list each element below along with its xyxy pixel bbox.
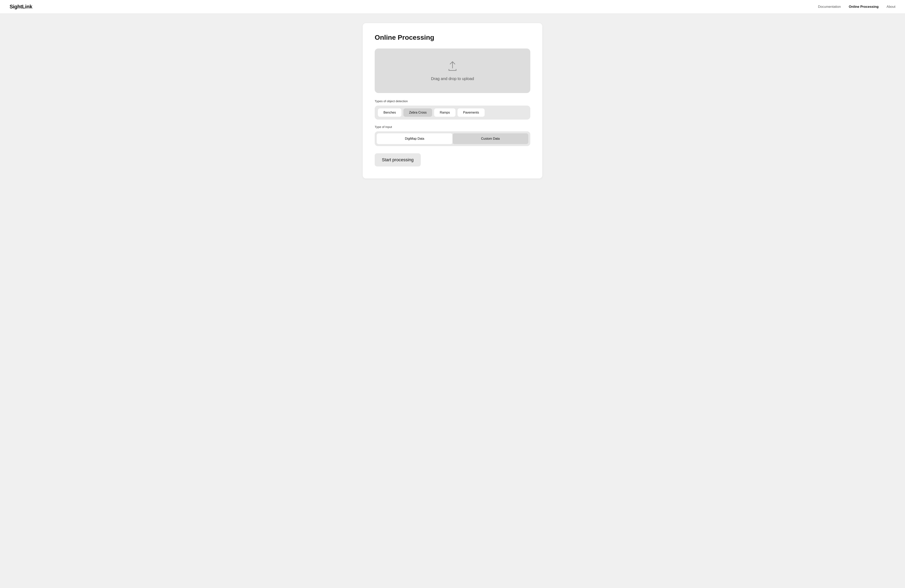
- nav-online-processing[interactable]: Online Processing: [849, 5, 878, 9]
- page-title: Online Processing: [375, 33, 530, 41]
- object-detection-label: Types of object detection: [375, 99, 530, 103]
- chip-pavements[interactable]: Pavements: [457, 108, 484, 117]
- main-card: Online Processing Drag and drop to uploa…: [363, 23, 542, 178]
- chip-ramps[interactable]: Ramps: [434, 108, 456, 117]
- chip-benches[interactable]: Benches: [378, 108, 402, 117]
- page-wrapper: Online Processing Drag and drop to uploa…: [0, 14, 905, 194]
- logo[interactable]: SightLink: [10, 3, 32, 10]
- nav-about[interactable]: About: [887, 5, 895, 9]
- dropzone[interactable]: Drag and drop to upload: [375, 49, 530, 93]
- nav-documentation[interactable]: Documentation: [818, 5, 841, 9]
- input-type-custom[interactable]: Custom Data: [452, 133, 528, 144]
- input-type-digimap[interactable]: DigiMap Data: [377, 133, 452, 144]
- nav-links: Documentation Online Processing About: [818, 5, 895, 9]
- navbar: SightLink Documentation Online Processin…: [0, 0, 905, 14]
- input-type-container: DigiMap Data Custom Data: [375, 131, 530, 146]
- start-processing-button[interactable]: Start processing: [375, 153, 421, 167]
- dropzone-text: Drag and drop to upload: [431, 76, 474, 81]
- chips-container: Benches Zebra Cross Ramps Pavements: [375, 106, 530, 119]
- input-type-label: Type of Input: [375, 125, 530, 129]
- chip-zebra-cross[interactable]: Zebra Cross: [403, 108, 432, 117]
- upload-icon: [447, 60, 458, 72]
